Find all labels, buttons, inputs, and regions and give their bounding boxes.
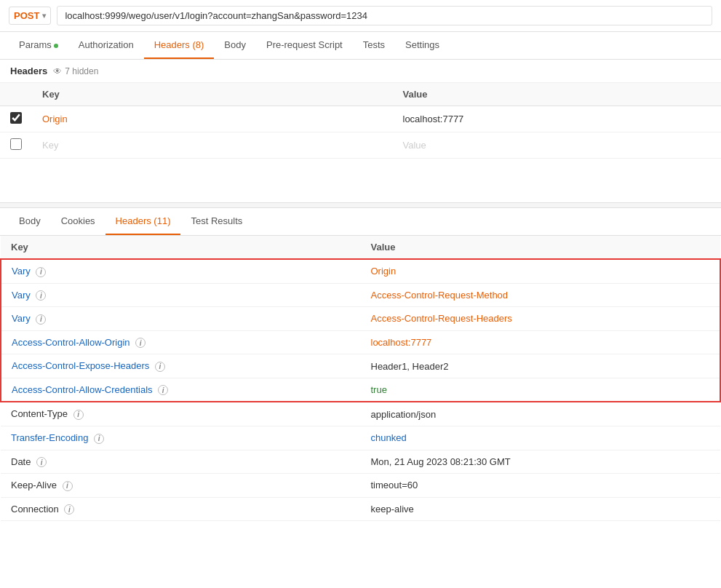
info-icon-5[interactable]: i	[158, 385, 168, 395]
info-icon-2[interactable]: i	[36, 314, 46, 325]
resp-cors-row-5: Access-Control-Allow-Credentials i true	[1, 378, 720, 402]
info-icon-n3[interactable]: i	[63, 481, 73, 491]
req-header-checkbox-col	[0, 83, 32, 106]
info-icon-3[interactable]: i	[135, 338, 146, 348]
method-selector[interactable]: POST ▾	[9, 7, 51, 25]
req-header-row-0: Origin localhost:7777	[0, 106, 721, 132]
resp-normal-row-4: Connection i keep-alive	[1, 497, 720, 521]
resp-cors-value-2: Access-Control-Request-Headers	[361, 307, 721, 331]
tab-headers[interactable]: Headers (8)	[144, 32, 215, 59]
section-divider	[0, 202, 721, 208]
resp-cors-value-0: Origin	[361, 259, 721, 283]
resp-normal-row-1: Transfer-Encoding i chunked	[1, 426, 720, 450]
request-headers-table: Key Value Origin localhost:7777 Key	[0, 83, 721, 159]
resp-normal-key-0: Content-Type i	[1, 402, 361, 426]
method-label: POST	[14, 10, 39, 21]
tab-params[interactable]: Params	[9, 32, 68, 59]
resp-headers-thead-row: Key Value	[1, 236, 720, 259]
resp-cors-key-4: Access-Control-Expose-Headers i	[1, 354, 361, 378]
resp-cors-value-5: true	[361, 378, 721, 402]
resp-cors-row-3: Access-Control-Allow-Origin i localhost:…	[1, 330, 720, 354]
method-chevron-icon: ▾	[42, 12, 46, 20]
req-header-key-col: Key	[32, 83, 393, 106]
resp-normal-value-1: chunked	[361, 426, 721, 450]
resp-tab-headers[interactable]: Headers (11)	[105, 208, 181, 235]
resp-cors-key-5: Access-Control-Allow-Credentials i	[1, 378, 361, 402]
req-header-value-0[interactable]: localhost:7777	[393, 106, 722, 132]
resp-cors-key-0: Vary i	[1, 259, 361, 283]
eye-icon: 👁	[53, 66, 62, 76]
info-icon-0[interactable]: i	[36, 267, 46, 277]
resp-cors-value-3: localhost:7777	[361, 330, 721, 354]
resp-normal-row-2: Date i Mon, 21 Aug 2023 08:21:30 GMT	[1, 450, 720, 474]
resp-normal-row-0: Content-Type i application/json	[1, 402, 720, 426]
req-header-key-0[interactable]: Origin	[32, 106, 393, 132]
info-icon-n4[interactable]: i	[64, 504, 74, 514]
response-headers-table: Key Value Vary i Origin Vary i Access-Co…	[0, 236, 721, 521]
resp-tab-cookies[interactable]: Cookies	[51, 208, 105, 235]
resp-cors-key-2: Vary i	[1, 307, 361, 331]
info-icon-4[interactable]: i	[155, 362, 165, 372]
resp-cors-key-3: Access-Control-Allow-Origin i	[1, 330, 361, 354]
resp-cors-value-1: Access-Control-Request-Method	[361, 283, 721, 307]
resp-normal-value-0: application/json	[361, 402, 721, 426]
info-icon-n1[interactable]: i	[94, 434, 104, 444]
resp-cors-row-4: Access-Control-Expose-Headers i Header1,…	[1, 354, 720, 378]
req-header-value-1[interactable]: Value	[393, 132, 722, 159]
headers-section-label: Headers	[10, 65, 47, 76]
req-header-checkbox-0[interactable]	[0, 106, 32, 132]
resp-tab-body[interactable]: Body	[9, 208, 51, 235]
request-headers-thead-row: Key Value	[0, 83, 721, 106]
resp-normal-key-2: Date i	[1, 450, 361, 474]
params-dot	[54, 44, 58, 48]
resp-cors-key-1: Vary i	[1, 283, 361, 307]
resp-normal-value-4: keep-alive	[361, 497, 721, 521]
tab-body[interactable]: Body	[214, 32, 256, 59]
resp-normal-row-3: Keep-Alive i timeout=60	[1, 474, 720, 498]
info-icon-1[interactable]: i	[36, 290, 46, 301]
resp-cors-row-1: Vary i Access-Control-Request-Method	[1, 283, 720, 307]
tab-tests[interactable]: Tests	[353, 32, 395, 59]
tab-prerequest[interactable]: Pre-request Script	[256, 32, 353, 59]
request-tabs: Params Authorization Headers (8) Body Pr…	[0, 32, 721, 60]
response-tabs: Body Cookies Headers (11) Test Results	[0, 208, 721, 236]
info-icon-n0[interactable]: i	[73, 410, 84, 420]
url-bar: POST ▾	[0, 0, 721, 32]
req-header-checkbox-1[interactable]	[0, 132, 32, 159]
req-header-key-1[interactable]: Key	[32, 132, 393, 159]
resp-cors-value-4: Header1, Header2	[361, 354, 721, 378]
hidden-headers-badge[interactable]: 👁 7 hidden	[53, 66, 98, 76]
resp-cors-row-0: Vary i Origin	[1, 259, 720, 283]
tab-authorization[interactable]: Authorization	[68, 32, 144, 59]
req-header-row-1: Key Value	[0, 132, 721, 159]
resp-cors-row-2: Vary i Access-Control-Request-Headers	[1, 307, 720, 331]
resp-header-value-col: Value	[361, 236, 721, 259]
tab-settings[interactable]: Settings	[395, 32, 450, 59]
url-input[interactable]	[57, 6, 712, 25]
info-icon-n2[interactable]: i	[36, 457, 47, 467]
resp-normal-value-3: timeout=60	[361, 474, 721, 498]
resp-normal-key-3: Keep-Alive i	[1, 474, 361, 498]
resp-normal-key-1: Transfer-Encoding i	[1, 426, 361, 450]
resp-normal-key-4: Connection i	[1, 497, 361, 521]
request-headers-label-row: Headers 👁 7 hidden	[0, 60, 721, 83]
resp-header-key-col: Key	[1, 236, 361, 259]
resp-normal-value-2: Mon, 21 Aug 2023 08:21:30 GMT	[361, 450, 721, 474]
req-header-value-col: Value	[393, 83, 722, 106]
resp-tab-testresults[interactable]: Test Results	[180, 208, 252, 235]
